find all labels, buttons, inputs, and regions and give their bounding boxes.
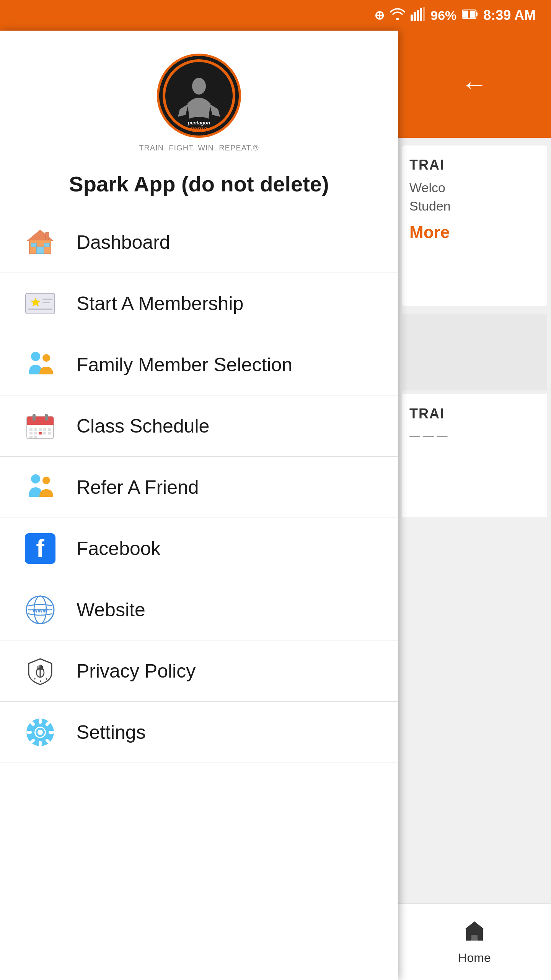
logo-tagline: TRAIN. FIGHT. WIN. REPEAT.®	[139, 144, 259, 152]
svg-rect-36	[48, 428, 51, 431]
svg-point-26	[42, 354, 50, 362]
svg-text:✦: ✦	[39, 679, 42, 683]
menu-item-class-schedule[interactable]: Class Schedule	[0, 395, 398, 457]
back-button[interactable]: ←	[461, 69, 488, 100]
svg-rect-32	[29, 428, 33, 431]
right-panel: ← TRAI WelcoStuden More TRAI — — — Home	[398, 31, 551, 980]
menu-item-website[interactable]: WWW Website	[0, 579, 398, 640]
right-gray-divider	[402, 314, 547, 390]
refer-friend-label: Refer A Friend	[77, 476, 199, 498]
svg-rect-64	[39, 741, 42, 746]
svg-point-25	[31, 352, 40, 361]
svg-text:f: f	[36, 534, 44, 562]
status-time: 8:39 AM	[483, 7, 536, 23]
svg-text:mma: mma	[191, 125, 208, 133]
svg-point-11	[192, 78, 206, 95]
svg-rect-1	[414, 12, 416, 21]
family-icon	[23, 348, 57, 382]
svg-rect-16	[31, 243, 36, 247]
right-card-1-title: TRAI	[409, 157, 540, 173]
right-card-2-title: TRAI	[409, 406, 540, 422]
svg-point-72	[37, 730, 43, 735]
svg-rect-17	[44, 243, 49, 247]
svg-rect-35	[43, 428, 46, 431]
start-membership-label: Start A Membership	[77, 292, 243, 315]
privacy-policy-label: Privacy Policy	[77, 660, 196, 682]
svg-rect-6	[476, 12, 478, 16]
right-card-1-text: WelcoStuden	[409, 179, 540, 215]
svg-point-44	[31, 474, 40, 483]
svg-rect-42	[29, 436, 33, 438]
svg-rect-8	[468, 10, 470, 18]
svg-rect-19	[46, 232, 49, 240]
right-card-2: TRAI — — —	[402, 394, 547, 517]
settings-gear-icon	[23, 715, 57, 750]
svg-rect-4	[423, 7, 425, 21]
house-icon	[23, 225, 57, 260]
svg-text:WWW: WWW	[33, 608, 48, 614]
logo-circle: pentagon mma	[157, 54, 241, 138]
svg-rect-23	[42, 302, 50, 303]
menu-item-family-member[interactable]: Family Member Selection	[0, 334, 398, 395]
svg-rect-0	[411, 15, 413, 21]
calendar-icon	[23, 409, 57, 443]
menu-item-refer-friend[interactable]: Refer A Friend	[0, 457, 398, 518]
logo-section: pentagon mma TRAIN. FIGHT. WIN. REPEAT.®	[0, 31, 398, 164]
status-icons: ⊕ 96% 8:39 A	[374, 7, 536, 24]
home-nav-icon[interactable]	[463, 920, 486, 948]
wifi-icon	[390, 7, 405, 23]
svg-rect-29	[27, 421, 54, 425]
www-icon: WWW	[23, 593, 57, 627]
app-title: Spark App (do not delete)	[0, 164, 398, 212]
battery-icon	[462, 8, 478, 23]
svg-point-10	[165, 62, 233, 129]
facebook-label: Facebook	[77, 537, 161, 560]
circle-plus-icon: ⊕	[374, 8, 385, 23]
shield-icon: ✦ ✦ ✦	[23, 654, 57, 688]
svg-rect-40	[43, 432, 46, 434]
more-button[interactable]: More	[409, 223, 540, 242]
menu-item-start-membership[interactable]: Start A Membership	[0, 273, 398, 334]
battery-percent: 96%	[430, 8, 456, 23]
svg-rect-15	[36, 247, 44, 254]
menu-item-privacy-policy[interactable]: ✦ ✦ ✦ Privacy Policy	[0, 640, 398, 702]
svg-rect-31	[45, 414, 48, 421]
svg-rect-24	[28, 309, 52, 310]
card-star-icon	[23, 286, 57, 321]
family-member-label: Family Member Selection	[77, 354, 292, 376]
svg-text:✦: ✦	[33, 677, 36, 681]
main-area: pentagon mma TRAIN. FIGHT. WIN. REPEAT.®…	[0, 31, 551, 980]
right-card-2-text: — — —	[409, 430, 540, 442]
signal-icon	[411, 7, 425, 24]
svg-rect-63	[39, 719, 42, 724]
status-bar: ⊕ 96% 8:39 A	[0, 0, 551, 31]
svg-rect-66	[49, 731, 54, 734]
svg-rect-37	[29, 432, 33, 434]
svg-rect-33	[34, 428, 37, 431]
menu-item-facebook[interactable]: f Facebook	[0, 518, 398, 579]
svg-rect-20	[26, 293, 55, 314]
svg-rect-74	[471, 935, 478, 941]
svg-rect-65	[26, 731, 32, 734]
dashboard-label: Dashboard	[77, 231, 170, 253]
home-nav-label: Home	[458, 951, 491, 965]
settings-label: Settings	[77, 721, 146, 743]
menu-item-dashboard[interactable]: Dashboard	[0, 212, 398, 273]
svg-rect-41	[48, 432, 51, 434]
svg-rect-43	[34, 436, 37, 438]
class-schedule-label: Class Schedule	[77, 415, 209, 437]
svg-rect-2	[417, 10, 419, 21]
nav-drawer: pentagon mma TRAIN. FIGHT. WIN. REPEAT.®…	[0, 31, 398, 980]
svg-rect-22	[42, 299, 52, 300]
website-label: Website	[77, 599, 145, 621]
bottom-nav: Home	[398, 903, 551, 980]
svg-point-45	[42, 477, 50, 484]
svg-text:✦: ✦	[45, 677, 48, 681]
facebook-icon: f	[23, 531, 57, 566]
refer-icon	[23, 470, 57, 505]
svg-rect-34	[39, 428, 42, 431]
svg-rect-39	[39, 432, 42, 434]
menu-item-settings[interactable]: Settings	[0, 702, 398, 763]
right-card-1: TRAI WelcoStuden More	[402, 145, 547, 306]
back-button-area: ←	[398, 31, 551, 138]
